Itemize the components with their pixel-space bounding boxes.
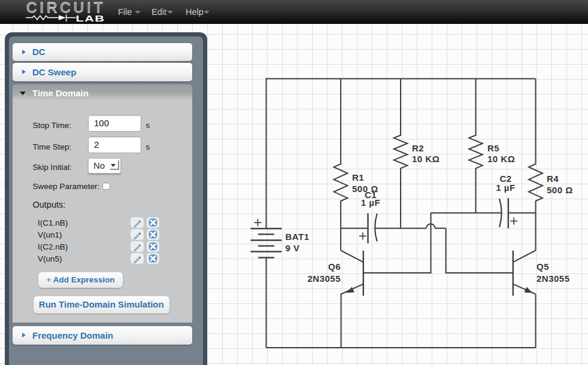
svg-text:C2: C2 [499,174,511,184]
svg-text:1 µF: 1 µF [496,182,515,193]
svg-text:2N3055: 2N3055 [537,273,570,284]
svg-text:Q5: Q5 [537,261,549,272]
svg-text:Q6: Q6 [328,261,341,272]
svg-text:10 KΩ: 10 KΩ [487,154,515,164]
svg-text:R2: R2 [412,143,424,153]
svg-text:BAT1: BAT1 [286,232,310,242]
svg-text:2N3055: 2N3055 [307,273,341,284]
svg-text:R4: R4 [547,174,559,184]
svg-text:R5: R5 [487,143,499,153]
svg-text:10 KΩ: 10 KΩ [412,154,440,164]
svg-text:R1: R1 [352,172,364,182]
svg-text:1 µF: 1 µF [361,197,380,208]
svg-text:500 Ω: 500 Ω [547,185,573,195]
svg-text:9 V: 9 V [286,243,300,253]
svg-text:LAB: LAB [76,13,105,23]
